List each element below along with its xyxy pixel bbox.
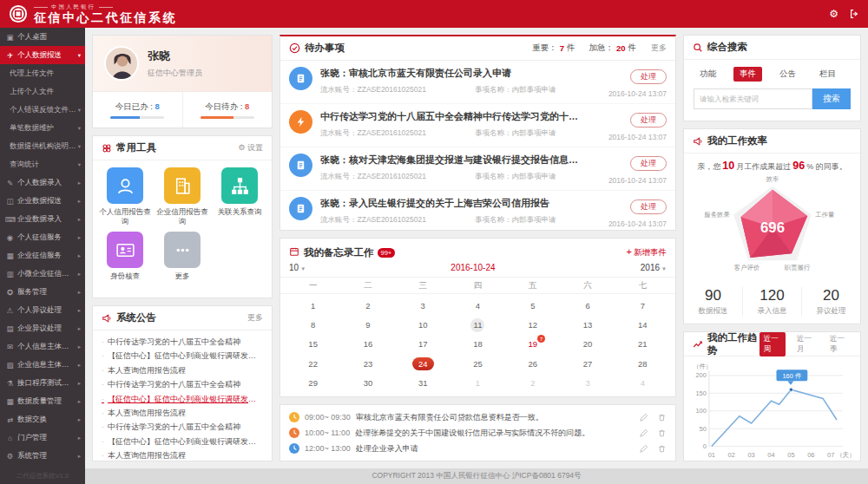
avatar[interactable] (104, 46, 139, 81)
calendar-day[interactable]: 20 (560, 335, 615, 354)
schedule-item[interactable]: 10:00~ 11:00处理张希提交的关于中国建设银行信用记录与实际情况不符的问… (289, 425, 667, 441)
announcement-item[interactable]: 本人查询信用报告流程 (102, 363, 263, 377)
calendar-day[interactable]: 2 (340, 296, 395, 315)
sidebar-item-数据质量管理[interactable]: ▦数据质量管理▸ (0, 392, 85, 410)
sidebar-item-企业征信服务[interactable]: ▦企业征信服务▸ (0, 246, 85, 265)
sidebar-item-个人错误反馈文件下载[interactable]: 个人错误反馈文件下载▾ (0, 101, 85, 119)
settings-gear-icon[interactable]: ⚙ (829, 8, 838, 20)
tool-关联关系查询[interactable]: 关联关系查询 (211, 167, 268, 226)
calendar-day[interactable]: 10 (396, 315, 450, 334)
calendar-day[interactable]: 26 (505, 354, 560, 373)
todo-item[interactable]: 张晓：审核北京市蓝天有限责任公司录入申请流水账号：ZZASE2016102502… (280, 61, 675, 104)
calendar-day[interactable]: 18 (450, 335, 505, 354)
sidebar-item-小微企业征信服务[interactable]: ▥小微企业征信服务▸ (0, 265, 85, 283)
calendar-day[interactable]: 31 (396, 374, 450, 393)
logout-icon[interactable] (849, 9, 859, 19)
calendar-day[interactable]: 22 (286, 354, 340, 373)
calendar-day[interactable]: 25 (450, 354, 505, 373)
todo-item[interactable]: 张晓：录入民生银行提交的关于上海吉荣公司信用报告流水账号：ZZASE201610… (280, 191, 675, 230)
sidebar-item-个人信息主体服务[interactable]: ✉个人信息主体服务▸ (0, 337, 85, 356)
sidebar-item-个人数据报送[interactable]: ✈个人数据报送▾ (0, 46, 85, 64)
sidebar-item-企业信息主体服务[interactable]: ▧企业信息主体服务▸ (0, 356, 85, 374)
calendar-day[interactable]: 4 (450, 296, 505, 315)
tool-身份核查[interactable]: 身份核查 (96, 232, 154, 281)
tab-公告[interactable]: 公告 (773, 67, 802, 82)
calendar-day[interactable]: 3 (396, 296, 450, 315)
tab-近一月[interactable]: 近一月 (792, 332, 819, 356)
calendar-day[interactable]: 24 (396, 354, 450, 373)
handle-button[interactable]: 处理 (630, 199, 667, 214)
calendar-day[interactable]: 7 (615, 296, 670, 315)
announcement-item[interactable]: 本人查询信用报告流程 (102, 406, 263, 420)
sidebar-item-查询统计[interactable]: 查询统计▾ (0, 155, 85, 173)
today-done-stat[interactable]: 今日已办 : 8 (93, 92, 182, 128)
calendar-day[interactable]: 28 (615, 354, 670, 373)
tool-企业信用报告查询[interactable]: 企业信用报告查询 (154, 167, 211, 226)
calendar-day[interactable]: 1 (286, 296, 340, 315)
sidebar-item-数据交换[interactable]: ⇄数据交换▸ (0, 410, 85, 428)
calendar-day[interactable]: 21 (615, 335, 670, 354)
calendar-day[interactable]: 16 (340, 335, 395, 354)
calendar-day[interactable]: 1 (450, 374, 505, 393)
calendar-day[interactable]: 2 (505, 374, 560, 393)
search-input[interactable] (694, 88, 812, 109)
tab-近一周[interactable]: 近一周 (760, 332, 786, 356)
calendar-day[interactable]: 9 (340, 315, 395, 334)
calendar-day[interactable]: 17 (396, 335, 450, 354)
sidebar-item-数据提供机构说明管理[interactable]: 数据提供机构说明管理▾ (0, 137, 85, 155)
tool-个人信用报告查询[interactable]: 个人信用报告查询 (96, 167, 154, 226)
calendar-day[interactable]: 14 (615, 315, 670, 334)
calendar-day[interactable]: 6 (560, 296, 615, 315)
sidebar-item-系统管理[interactable]: ⚙系统管理▸ (0, 447, 85, 465)
sidebar-item-个人桌面[interactable]: ▣个人桌面 (0, 28, 85, 46)
calendar-day[interactable]: 8 (286, 315, 340, 334)
announcement-item[interactable]: 中行传达学习党的十八届五中全会精神 (102, 377, 263, 391)
tab-事件[interactable]: 事件 (733, 67, 762, 82)
trash-icon[interactable] (657, 444, 667, 454)
announcement-item[interactable]: 【征信中心】征信中心到商业银行调研发展规划制订 (102, 349, 263, 363)
handle-button[interactable]: 处理 (630, 156, 667, 171)
tab-近一季[interactable]: 近一季 (825, 332, 852, 356)
announcement-item[interactable]: 【征信中心】征信中心到商业银行调研发展规划制订 (102, 392, 263, 406)
calendar-day[interactable]: 30 (340, 374, 395, 393)
sidebar-item-个人异议处理[interactable]: ⚠个人异议处理▸ (0, 301, 85, 319)
schedule-item[interactable]: 09:00~ 09:30审核北京市蓝天有限责任公司贷款信息资料是否一致。 (289, 409, 667, 425)
sidebar-item-门户管理[interactable]: ⌂门户管理▸ (0, 428, 85, 447)
announcements-more-link[interactable]: 更多 (247, 312, 263, 324)
todo-more-link[interactable]: 更多 (651, 43, 667, 54)
sidebar-item-个人数据录入[interactable]: ✎个人数据录入▸ (0, 173, 85, 192)
handle-button[interactable]: 处理 (630, 69, 667, 84)
search-button[interactable]: 搜索 (812, 88, 851, 109)
edit-icon[interactable] (639, 413, 648, 422)
calendar-day[interactable]: 15 (286, 335, 340, 354)
announcement-item[interactable]: 本人查询信用报告流程 (102, 448, 263, 461)
todo-item[interactable]: 中行传达学习党的十八届五中全会精神中行传达学习党的十八届五中全会精神流水账号：Z… (280, 104, 675, 147)
month-selector[interactable]: 10▼ (289, 263, 306, 272)
todo-item[interactable]: 张晓：核对天津宏海集团提交报道与建设银行提交报告信息是否一致流水账号：ZZASE… (280, 147, 675, 191)
calendar-day[interactable]: 4 (615, 374, 670, 393)
trash-icon[interactable] (657, 413, 667, 422)
calendar-day[interactable]: 5 (505, 296, 560, 315)
schedule-item[interactable]: 12:00~ 13:00处理企业录入申请 (289, 441, 667, 456)
calendar-day[interactable]: 3 (560, 374, 615, 393)
sidebar-item-企业数据报送[interactable]: ◫企业数据报送▸ (0, 192, 85, 210)
today-pending-stat[interactable]: 今日待办 : 8 (182, 92, 273, 128)
sidebar-item-服务管理[interactable]: ✪服务管理▸ (0, 283, 85, 301)
announcement-item[interactable]: 中行传达学习党的十八届五中全会精神 (102, 335, 263, 349)
handle-button[interactable]: 处理 (630, 113, 667, 128)
sidebar-item-接口程序测试验证[interactable]: ⚗接口程序测试验证▸ (0, 374, 85, 392)
announcement-item[interactable]: 中行传达学习党的十八届五中全会精神 (102, 420, 263, 434)
calendar-day[interactable]: 12 (505, 315, 560, 334)
tool-更多[interactable]: 更多 (154, 232, 211, 281)
announcement-item[interactable]: 【征信中心】征信中心到商业银行调研发展规划制订 (102, 435, 263, 448)
tools-settings-button[interactable]: ⚙ 设置 (238, 142, 263, 154)
edit-icon[interactable] (639, 444, 648, 454)
tab-栏目[interactable]: 栏目 (813, 67, 842, 82)
sidebar-item-单笔数据维护[interactable]: 单笔数据维护▾ (0, 119, 85, 137)
sidebar-item-企业异议处理[interactable]: ▤企业异议处理▸ (0, 319, 85, 337)
year-selector[interactable]: 2016▼ (641, 263, 667, 272)
trash-icon[interactable] (657, 428, 667, 438)
calendar-day[interactable]: 13 (560, 315, 615, 334)
calendar-day[interactable]: 11 (450, 315, 505, 334)
edit-icon[interactable] (639, 428, 648, 438)
